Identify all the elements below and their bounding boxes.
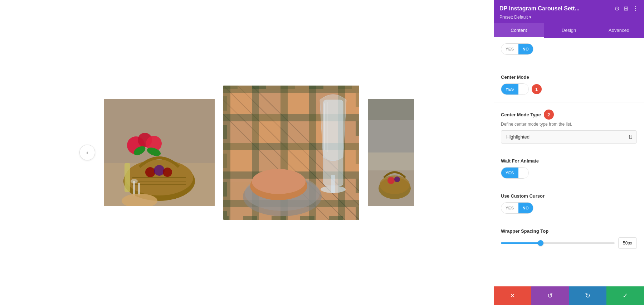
step-badge-2: 2: [544, 110, 554, 120]
wait-for-animate-section: Wait For Animate YES: [494, 152, 644, 184]
carousel-prev-button[interactable]: ‹: [79, 145, 95, 160]
svg-point-18: [131, 179, 138, 183]
svg-rect-57: [368, 99, 414, 120]
panel-actions: ✕ ↺ ↻ ✓: [494, 286, 644, 305]
canvas: ‹: [0, 0, 494, 305]
divider-3: [494, 151, 644, 151]
wrapper-spacing-top-slider-row: 50px: [501, 237, 637, 249]
center-mode-section: Center Mode YES 1: [494, 69, 644, 101]
center-mode-type-desc: Define center mode type from the list.: [501, 122, 637, 127]
center-mode-toggle[interactable]: YES: [501, 83, 529, 95]
screenshot-icon[interactable]: ⊙: [615, 5, 619, 12]
undo-button[interactable]: ↺: [531, 286, 569, 305]
more-icon[interactable]: ⋮: [633, 5, 638, 12]
center-mode-type-section: Center Mode Type 2 Define center mode ty…: [494, 104, 644, 149]
carousel-slide-partial: [368, 99, 414, 206]
center-mode-type-select[interactable]: Highlighted Zoomed Faded: [501, 130, 637, 144]
confirm-button[interactable]: ✓: [606, 286, 644, 305]
slider-thumb[interactable]: [538, 240, 543, 246]
wait-for-animate-yes[interactable]: YES: [501, 168, 518, 178]
no-toggle-row: YES NO: [494, 38, 644, 60]
step-badge-1: 1: [532, 84, 542, 94]
cancel-button[interactable]: ✕: [494, 286, 531, 305]
no-toggle-no[interactable]: NO: [518, 44, 533, 54]
slider-fill: [501, 242, 541, 244]
carousel-slide-small: [104, 99, 215, 206]
wrapper-spacing-top-section: Wrapper Spacing Top 50px: [494, 223, 644, 255]
divider-1: [494, 67, 644, 67]
use-custom-cursor-yes[interactable]: YES: [501, 203, 518, 213]
expand-icon[interactable]: ⊞: [624, 5, 628, 12]
svg-point-14: [154, 165, 165, 176]
svg-rect-16: [125, 163, 130, 192]
svg-point-62: [394, 176, 400, 182]
svg-rect-19: [138, 183, 140, 195]
redo-button[interactable]: ↻: [569, 286, 606, 305]
tab-design[interactable]: Design: [544, 23, 594, 38]
svg-point-49: [252, 169, 306, 194]
divider-4: [494, 186, 644, 186]
panel-preset[interactable]: Preset: Default ▾: [494, 15, 644, 23]
settings-panel: DP Instagram Carousel Sett... ⊙ ⊞ ⋮ Pres…: [494, 0, 644, 305]
use-custom-cursor-section: Use Custom Cursor YES NO: [494, 188, 644, 219]
divider-5: [494, 221, 644, 221]
wait-for-animate-label: Wait For Animate: [501, 158, 637, 164]
svg-rect-41: [223, 86, 230, 220]
wrapper-spacing-top-value[interactable]: 50px: [618, 237, 637, 249]
center-mode-yes[interactable]: YES: [501, 84, 518, 95]
svg-point-15: [163, 168, 172, 177]
panel-header: DP Instagram Carousel Sett... ⊙ ⊞ ⋮ Pres…: [494, 0, 644, 23]
svg-point-61: [387, 177, 395, 184]
wrapper-spacing-top-label: Wrapper Spacing Top: [501, 228, 637, 234]
panel-content: YES NO Center Mode YES 1: [494, 38, 644, 286]
use-custom-cursor-no[interactable]: NO: [518, 203, 533, 213]
svg-point-13: [145, 167, 155, 177]
panel-title: DP Instagram Carousel Sett...: [499, 5, 580, 12]
wait-for-animate-toggle[interactable]: YES: [501, 167, 529, 179]
wait-for-animate-no-part[interactable]: [518, 168, 528, 178]
tab-advanced[interactable]: Advanced: [594, 23, 644, 38]
no-toggle-yes[interactable]: YES: [501, 44, 518, 54]
carousel-container: ‹: [0, 71, 494, 234]
center-mode-type-label: Center Mode Type: [501, 112, 541, 117]
center-mode-label: Center Mode: [501, 74, 637, 80]
center-mode-no-part[interactable]: [518, 84, 528, 95]
use-custom-cursor-toggle[interactable]: YES NO: [501, 202, 533, 214]
panel-title-icons: ⊙ ⊞ ⋮: [615, 5, 638, 12]
divider-2: [494, 102, 644, 102]
panel-title-row: DP Instagram Carousel Sett... ⊙ ⊞ ⋮: [494, 0, 644, 15]
carousel-slide-large: [223, 86, 359, 220]
wrapper-spacing-top-track[interactable]: [501, 242, 615, 244]
tab-content[interactable]: Content: [494, 23, 544, 38]
no-toggle[interactable]: YES NO: [501, 43, 533, 55]
svg-rect-52: [331, 175, 335, 193]
use-custom-cursor-label: Use Custom Cursor: [501, 193, 637, 199]
panel-tabs: Content Design Advanced: [494, 23, 644, 38]
center-mode-type-select-wrapper: Highlighted Zoomed Faded ⇅: [501, 130, 637, 144]
